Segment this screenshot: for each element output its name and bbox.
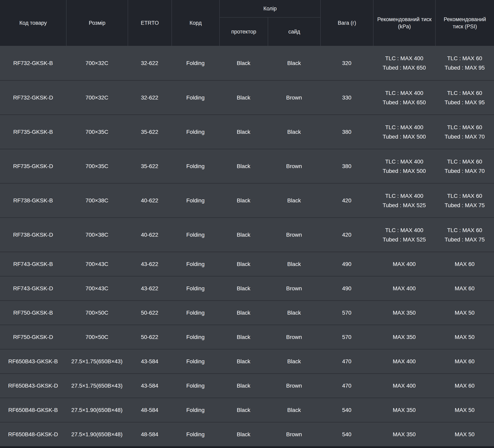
cell-text: 700×50C	[86, 332, 108, 342]
header-label-cord: Корд	[190, 19, 202, 26]
cell-text: 40-622	[141, 230, 158, 240]
cell-psi: TLC : MAX 60Tubed : MAX 95	[435, 81, 494, 115]
cell-text: MAX 400	[393, 381, 416, 390]
header-cell-product-code: Код товару	[0, 0, 66, 46]
cell-text: 43-584	[141, 381, 158, 390]
cell-side: Black	[268, 115, 320, 149]
table-row: RF738-GKSK-D700×38C40-622FoldingBlackBro…	[0, 217, 494, 252]
cell-text: Folding	[186, 196, 205, 205]
header-cell-size: Розмір	[66, 0, 128, 46]
cell-kpa: TLC : MAX 400Tubed : MAX 525	[373, 218, 435, 252]
cell-text: MAX 60	[455, 284, 475, 293]
cell-cord: Folding	[172, 374, 219, 397]
cell-text: Folding	[186, 405, 205, 415]
cell-text: MAX 60	[455, 357, 475, 366]
table-row: RF738-GKSK-B700×38C40-622FoldingBlackBla…	[0, 183, 494, 217]
cell-text: Tubed : MAX 500	[383, 132, 426, 141]
header-label-pressure-kpa: Рекомендований тиск (kPa)	[376, 16, 432, 30]
cell-text: 470	[342, 357, 351, 366]
cell-text: 35-622	[141, 127, 158, 137]
cell-text: 700×32C	[86, 58, 108, 68]
cell-text: RF650B48-GKSK-D	[8, 430, 58, 439]
header-label-color: Колір	[263, 5, 277, 12]
cell-kpa: MAX 350	[373, 398, 435, 422]
header-cell-pressure-psi: Рекомендований тиск (PSI)	[435, 0, 494, 46]
cell-text: Folding	[186, 381, 205, 390]
cell-kpa: MAX 400	[373, 277, 435, 300]
cell-kpa: MAX 400	[373, 374, 435, 397]
cell-psi: MAX 50	[435, 422, 494, 446]
cell-weight: 540	[320, 422, 373, 446]
cell-text: RF743-GKSK-B	[13, 259, 53, 269]
cell-cord: Folding	[172, 301, 219, 325]
cell-text: TLC : MAX 60	[447, 123, 482, 132]
table-row: RF650B48-GKSK-B27.5×1.90(650B×48)48-584F…	[0, 397, 494, 422]
header-label-etrto: ETRTO	[141, 19, 159, 26]
cell-text: 700×38C	[86, 230, 108, 240]
cell-text: Brown	[286, 93, 302, 102]
cell-text: 420	[342, 230, 351, 240]
cell-text: 320	[342, 58, 351, 68]
cell-text: Black	[237, 308, 250, 317]
cell-etrto: 48-584	[128, 398, 172, 422]
cell-text: Tubed : MAX 95	[445, 98, 485, 107]
cell-text: RF650B48-GKSK-B	[8, 405, 58, 415]
cell-text: Black	[287, 196, 301, 205]
header-label-side: сайд	[288, 28, 300, 35]
cell-side: Brown	[268, 422, 320, 446]
header-cell-pressure-kpa: Рекомендований тиск (kPa)	[373, 0, 435, 46]
cell-kpa: MAX 400	[373, 252, 435, 276]
cell-text: 490	[342, 259, 351, 269]
cell-size: 700×32C	[66, 46, 128, 80]
cell-text: 700×50C	[86, 308, 108, 317]
cell-cord: Folding	[172, 149, 219, 183]
cell-side: Brown	[268, 81, 320, 115]
cell-tread: Black	[219, 374, 268, 397]
cell-text: Brown	[286, 381, 302, 390]
header-cell-cord: Корд	[172, 0, 219, 46]
cell-kpa: MAX 400	[373, 349, 435, 373]
cell-psi: TLC : MAX 60Tubed : MAX 75	[435, 184, 494, 217]
cell-cord: Folding	[172, 184, 219, 217]
cell-code: RF650B48-GKSK-B	[0, 398, 66, 422]
cell-text: 420	[342, 196, 351, 205]
cell-text: Tubed : MAX 70	[445, 132, 485, 141]
cell-text: 48-584	[141, 405, 158, 415]
cell-tread: Black	[219, 81, 268, 115]
cell-text: RF743-GKSK-D	[13, 284, 53, 293]
cell-text: Tubed : MAX 75	[445, 235, 485, 244]
cell-psi: MAX 60	[435, 349, 494, 373]
cell-size: 27.5×1.75(650B×43)	[66, 374, 128, 397]
cell-weight: 380	[320, 115, 373, 149]
cell-size: 700×50C	[66, 301, 128, 325]
cell-tread: Black	[219, 398, 268, 422]
cell-text: Brown	[286, 230, 302, 240]
cell-text: MAX 350	[393, 308, 416, 317]
cell-text: MAX 350	[393, 430, 416, 439]
cell-text: RF750-GKSK-D	[13, 332, 53, 342]
cell-size: 27.5×1.90(650B×48)	[66, 398, 128, 422]
cell-psi: MAX 50	[435, 325, 494, 349]
cell-text: TLC : MAX 60	[447, 226, 482, 235]
cell-text: 48-584	[141, 430, 158, 439]
cell-text: Black	[287, 259, 301, 269]
header-cell-tread: протектор	[219, 18, 268, 46]
cell-text: Brown	[286, 284, 302, 293]
cell-tread: Black	[219, 46, 268, 80]
cell-text: RF750-GKSK-B	[13, 308, 53, 317]
cell-text: MAX 50	[455, 332, 475, 342]
cell-tread: Black	[219, 349, 268, 373]
cell-side: Brown	[268, 325, 320, 349]
cell-tread: Black	[219, 422, 268, 446]
cell-etrto: 35-622	[128, 115, 172, 149]
cell-code: RF750-GKSK-B	[0, 301, 66, 325]
cell-text: MAX 50	[455, 405, 475, 415]
cell-text: TLC : MAX 400	[385, 123, 423, 132]
cell-text: Folding	[186, 230, 205, 240]
header-cell-etrto: ETRTO	[128, 0, 172, 46]
cell-weight: 540	[320, 398, 373, 422]
cell-text: MAX 350	[393, 405, 416, 415]
cell-text: 380	[342, 162, 351, 171]
cell-code: RF735-GKSK-B	[0, 115, 66, 149]
cell-text: 32-622	[141, 93, 158, 102]
